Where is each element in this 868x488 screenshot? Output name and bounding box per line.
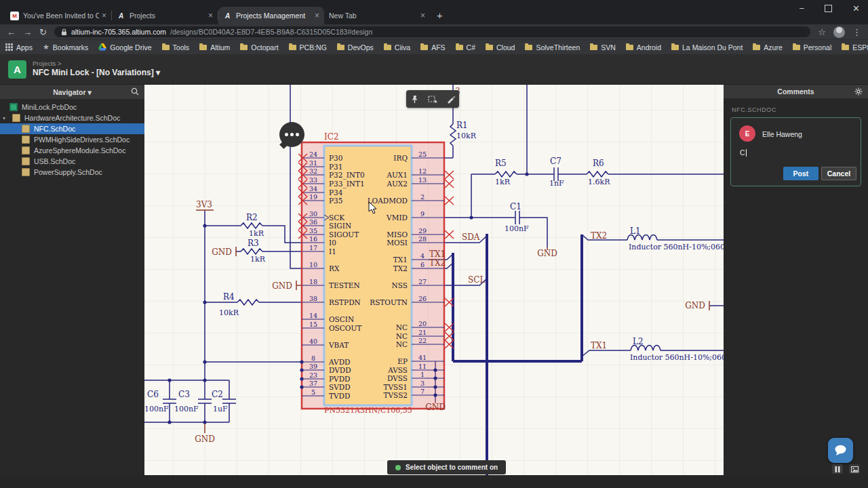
pin-name: TVDD	[329, 392, 350, 400]
pin-name: TX2	[393, 264, 408, 272]
draw-comment-icon[interactable]	[446, 95, 455, 104]
tab-close-icon[interactable]: ×	[208, 11, 213, 20]
back-icon[interactable]: ←	[7, 28, 16, 37]
pin-number: 3	[420, 380, 425, 387]
bookmark-item[interactable]: ESP8266	[842, 43, 868, 52]
pin-number: 12	[418, 167, 427, 175]
bookmark-item[interactable]: Personal	[793, 43, 831, 52]
browser-tab-invite[interactable]: M You've Been Invited to Collabora ×	[5, 7, 111, 24]
browser-toolbar: ← → ↻ altium-inc-705.365.altium.com/desi…	[0, 24, 868, 39]
restore-button[interactable]	[825, 5, 832, 12]
pin-number: 14	[309, 312, 317, 319]
sidebar-item-pwmhighsidedrivers[interactable]: PWMHighSideDrivers.SchDoc	[0, 134, 144, 145]
sidebar-item-label: USB.SchDoc	[34, 157, 75, 165]
component-designator: R4	[223, 292, 235, 302]
browser-tab-projects-management[interactable]: A Projects Management ×	[218, 7, 324, 24]
component-designator: R1	[456, 121, 468, 130]
bookmark-item[interactable]: Octopart	[240, 43, 278, 52]
chat-bubble-icon	[834, 445, 847, 456]
pin-name: PVDD	[329, 375, 351, 383]
bookmark-apps[interactable]: Apps	[5, 43, 33, 52]
bookmark-item[interactable]: Tools	[162, 43, 190, 52]
bookmark-item[interactable]: Cloud	[486, 43, 515, 52]
comment-input[interactable]: C	[740, 148, 747, 157]
support-chat-button[interactable]	[828, 438, 853, 463]
bookmark-item[interactable]: SolveThirteen	[525, 43, 580, 52]
address-bar[interactable]: altium-inc-705.365.altium.com/designs/BC…	[54, 26, 810, 37]
navigator-header[interactable]: Navigator ▾	[0, 85, 144, 99]
altium-favicon: A	[223, 12, 232, 20]
pin-number: 22	[418, 337, 427, 344]
component-value: 100nF	[174, 405, 199, 413]
browser-tab-projects[interactable]: A Projects ×	[112, 7, 218, 24]
forward-icon[interactable]: →	[23, 28, 32, 37]
bookmark-bookmarks[interactable]: ★Bookmarks	[43, 43, 88, 52]
new-tab-button[interactable]: +	[437, 9, 443, 21]
pin-name: NC	[396, 340, 408, 348]
post-button[interactable]: Post	[783, 167, 818, 180]
altium-365-logo[interactable]: A	[8, 60, 26, 79]
search-icon[interactable]	[131, 87, 139, 97]
pin-number: 34	[309, 185, 317, 192]
bookmark-item[interactable]: Android	[626, 43, 661, 52]
component-value: 100nF	[505, 224, 529, 233]
area-comment-icon[interactable]	[428, 95, 437, 104]
breadcrumb[interactable]: Projects >	[33, 60, 62, 67]
sidebar-item-usb-schdoc[interactable]: USB.SchDoc	[0, 156, 144, 167]
window-controls: − ✕	[800, 3, 861, 14]
sidebar-item-hardwarearchitecture[interactable]: ▾ HardwareArchitecture.SchDoc	[0, 113, 144, 123]
pin-name: OSCOUT	[329, 324, 361, 332]
bookmark-item[interactable]: C#	[456, 43, 475, 52]
reload-icon[interactable]: ↻	[39, 28, 47, 37]
sidebar-item-azurespheremodule[interactable]: AzureSphereModule.SchDoc	[0, 145, 144, 156]
component-value: 10kR	[456, 131, 477, 140]
folder-icon	[486, 45, 493, 50]
browser-menu-icon[interactable]: ⋮	[852, 28, 861, 37]
pin-name: TESTEN	[329, 281, 360, 289]
tab-close-icon[interactable]: ×	[315, 11, 319, 20]
project-title[interactable]: NFC Mini Lock - [No Variations] ▾	[33, 68, 160, 77]
comment-indicator-badge[interactable]	[279, 122, 304, 147]
minimize-button[interactable]: −	[800, 3, 805, 14]
cancel-button[interactable]: Cancel	[821, 167, 856, 180]
component-designator: C7	[550, 157, 561, 166]
folder-icon	[162, 45, 170, 50]
close-window-button[interactable]: ✕	[852, 3, 860, 14]
gear-icon[interactable]	[854, 87, 863, 97]
picture-in-picture-icon[interactable]	[849, 464, 860, 474]
tab-close-icon[interactable]: ×	[420, 11, 425, 20]
folder-icon	[793, 45, 800, 50]
bookmark-item[interactable]: Azure	[753, 43, 782, 52]
sidebar-item-label: NFC.SchDoc	[34, 125, 75, 133]
pin-number: 6	[420, 261, 425, 268]
pin-name: P32_INT0	[329, 171, 365, 180]
pin-name: DVSS	[387, 374, 408, 382]
sidebar-item-nfc-schdoc[interactable]: NFC.SchDoc	[0, 123, 144, 134]
bookmark-item[interactable]: PCB:NG	[289, 43, 327, 52]
sidebar-item-powersupply[interactable]: PowerSupply.SchDoc	[0, 167, 144, 178]
tab-label: Projects Management	[236, 12, 312, 20]
pin-name: AVDD	[328, 358, 350, 366]
schematic-canvas[interactable]: IC2 PN5321A3HN/C106,55 24P3031P3132P32_I…	[144, 85, 724, 475]
bookmark-item[interactable]: SVN	[590, 43, 616, 52]
pause-icon[interactable]	[832, 464, 843, 474]
sidebar-item-minilock-pcbdoc[interactable]: MiniLock.PcbDoc	[0, 102, 144, 113]
bookmark-google-drive[interactable]: Google Drive	[98, 43, 151, 52]
bookmark-item[interactable]: AFS	[420, 43, 445, 52]
pin-comment-icon[interactable]	[410, 95, 419, 104]
browser-tab-new[interactable]: New Tab ×	[324, 7, 430, 24]
schdoc-icon	[22, 136, 30, 144]
tab-close-icon[interactable]: ×	[102, 11, 106, 20]
bookmark-item[interactable]: Ciiva	[384, 43, 410, 52]
component-designator: R6	[593, 159, 604, 168]
bookmark-item[interactable]: DevOps	[337, 43, 374, 52]
bookmark-star-icon[interactable]: ☆	[818, 28, 826, 37]
component-designator: C6	[147, 390, 159, 399]
pin-name: P34	[329, 188, 343, 197]
expand-caret-icon[interactable]: ▾	[3, 115, 8, 121]
browser-profile-avatar[interactable]	[833, 26, 845, 38]
bookmark-item[interactable]: Altium	[199, 43, 230, 52]
pin-name: SIGIN	[329, 222, 351, 230]
bookmark-item[interactable]: La Maison Du Pont	[671, 43, 743, 52]
comments-panel: Comments NFC.SCHDOC E Elle Haweng C Post…	[724, 85, 868, 475]
